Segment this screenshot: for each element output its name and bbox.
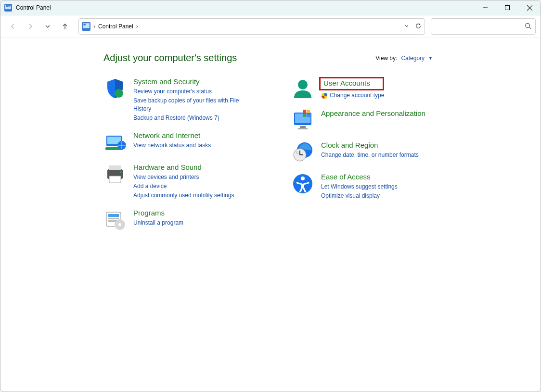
svg-rect-4 xyxy=(8,7,11,8)
address-icon xyxy=(82,22,90,31)
svg-rect-3 xyxy=(8,5,11,6)
categories-column-left: System and Security Review your computer… xyxy=(103,77,258,231)
category-link-system-security[interactable]: System and Security xyxy=(133,77,258,87)
svg-rect-33 xyxy=(300,126,306,128)
svg-rect-22 xyxy=(109,176,121,183)
category-user-accounts: User Accounts Change account type xyxy=(291,77,445,100)
accessibility-icon xyxy=(291,172,314,195)
view-by-control[interactable]: View by: Category ▼ xyxy=(375,55,433,62)
category-hardware: Hardware and Sound View devices and prin… xyxy=(103,163,258,200)
sublink[interactable]: Save backup copies of your files with Fi… xyxy=(133,97,258,113)
category-ease-of-access: Ease of Access Let Windows suggest setti… xyxy=(291,172,445,200)
svg-point-13 xyxy=(526,23,530,27)
svg-rect-34 xyxy=(298,128,308,129)
back-button[interactable] xyxy=(5,19,21,34)
svg-rect-2 xyxy=(6,5,8,7)
monitor-color-icon xyxy=(291,109,314,132)
recent-locations-button[interactable] xyxy=(40,19,55,34)
search-box[interactable] xyxy=(431,18,536,35)
address-bar[interactable]: › Control Panel › xyxy=(78,18,425,35)
shield-icon xyxy=(103,77,127,100)
sublink-change-account-type[interactable]: Change account type xyxy=(321,91,384,100)
svg-rect-21 xyxy=(109,165,121,170)
control-panel-icon xyxy=(4,4,12,12)
up-button[interactable] xyxy=(57,19,73,34)
svg-rect-25 xyxy=(108,214,119,217)
search-input[interactable] xyxy=(435,23,525,30)
content-area: Adjust your computer's settings View by:… xyxy=(0,38,541,392)
chevron-down-icon: ▼ xyxy=(428,56,433,61)
categories-column-right: User Accounts Change account type xyxy=(291,77,445,231)
sublink[interactable]: View devices and printers xyxy=(133,173,234,181)
svg-point-15 xyxy=(115,89,123,98)
category-link-clock[interactable]: Clock and Region xyxy=(321,140,419,150)
breadcrumb-separator: › xyxy=(93,23,95,30)
clock-globe-icon: L xyxy=(291,140,314,164)
sublink[interactable]: Backup and Restore (Windows 7) xyxy=(133,114,258,122)
svg-rect-12 xyxy=(83,24,86,25)
svg-rect-36 xyxy=(307,110,310,113)
window-title: Control Panel xyxy=(16,4,51,11)
svg-point-45 xyxy=(301,177,305,180)
printer-icon xyxy=(103,163,127,186)
highlight-box: User Accounts xyxy=(319,77,384,90)
toolbar: › Control Panel › xyxy=(0,15,541,38)
sublink[interactable]: Adjust commonly used mobility settings xyxy=(133,191,234,200)
category-network: Network and Internet View network status… xyxy=(103,131,258,154)
sublink[interactable]: View network status and tasks xyxy=(133,141,211,150)
view-by-value[interactable]: Category xyxy=(401,55,425,62)
address-dropdown-icon[interactable] xyxy=(404,23,409,30)
breadcrumb[interactable]: Control Panel xyxy=(98,23,133,30)
programs-icon xyxy=(103,208,127,231)
category-programs: Programs Uninstall a program xyxy=(103,208,258,231)
maximize-button[interactable] xyxy=(496,0,518,15)
sublink-label: Change account type xyxy=(330,91,384,100)
category-system-security: System and Security Review your computer… xyxy=(103,77,258,122)
svg-point-23 xyxy=(120,171,122,173)
svg-rect-26 xyxy=(108,218,119,219)
svg-rect-6 xyxy=(505,6,510,10)
category-link-programs[interactable]: Programs xyxy=(133,208,183,218)
category-link-ease-of-access[interactable]: Ease of Access xyxy=(321,172,398,182)
window: Control Panel › Control P xyxy=(0,0,541,392)
svg-point-30 xyxy=(298,80,308,89)
close-button[interactable] xyxy=(518,0,541,15)
view-by-label: View by: xyxy=(375,55,397,62)
search-icon xyxy=(525,23,531,31)
sublink[interactable]: Review your computer's status xyxy=(133,88,258,96)
category-link-hardware[interactable]: Hardware and Sound xyxy=(133,163,234,172)
svg-point-29 xyxy=(118,223,121,226)
sublink[interactable]: Change date, time, or number formats xyxy=(321,151,419,159)
sublink[interactable]: Uninstall a program xyxy=(133,219,183,227)
svg-rect-38 xyxy=(307,114,310,117)
titlebar: Control Panel xyxy=(0,0,541,15)
page-title: Adjust your computer's settings xyxy=(103,52,237,63)
category-link-user-accounts[interactable]: User Accounts xyxy=(323,79,370,87)
category-link-network[interactable]: Network and Internet xyxy=(133,131,211,140)
forward-button[interactable] xyxy=(23,19,38,34)
sublink[interactable]: Add a device xyxy=(133,182,234,190)
minimize-button[interactable] xyxy=(474,0,496,15)
uac-shield-icon xyxy=(321,92,328,99)
category-link-appearance[interactable]: Appearance and Personalization xyxy=(321,109,425,118)
svg-line-14 xyxy=(529,27,531,29)
svg-rect-35 xyxy=(303,110,306,113)
category-appearance: Appearance and Personalization xyxy=(291,109,445,132)
globe-monitor-icon xyxy=(103,131,127,154)
refresh-button[interactable] xyxy=(415,23,422,31)
category-clock: L Clock and Region Change date, time, or… xyxy=(291,140,445,164)
breadcrumb-separator: › xyxy=(136,23,138,30)
sublink[interactable]: Optimize visual display xyxy=(321,192,398,200)
svg-rect-37 xyxy=(303,114,306,117)
sublink[interactable]: Let Windows suggest settings xyxy=(321,183,398,191)
user-icon xyxy=(291,77,314,100)
